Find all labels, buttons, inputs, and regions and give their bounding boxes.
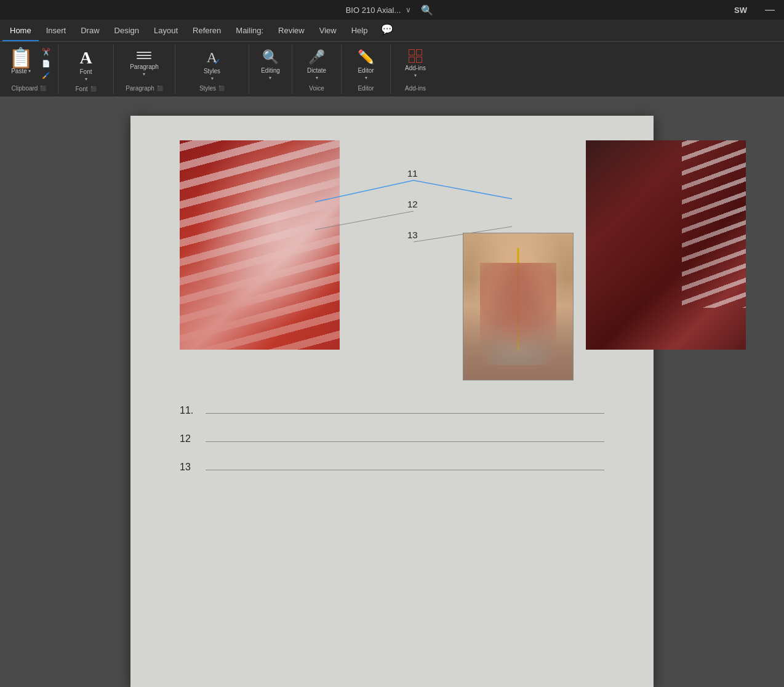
answer-number-13: 13 bbox=[180, 462, 198, 473]
answer-item-11: 11. bbox=[180, 405, 604, 416]
font-chevron-icon: ▾ bbox=[85, 77, 87, 82]
tab-layout[interactable]: Layout bbox=[146, 22, 185, 41]
tab-insert[interactable]: Insert bbox=[39, 22, 74, 41]
tab-comment-icon[interactable]: 💬 bbox=[375, 20, 399, 41]
search-button[interactable]: 🔍 bbox=[416, 2, 438, 18]
format-painter-icon: 🖌️ bbox=[42, 71, 50, 79]
para-line-2 bbox=[137, 55, 151, 56]
addins-group: Add-ins ▾ Add-ins bbox=[391, 44, 440, 94]
ribbon-toolbar: 📋 Paste ▾ ✂️ 📄 🖌️ bbox=[0, 42, 784, 97]
center-organs bbox=[480, 263, 557, 366]
addins-group-label: Add-ins bbox=[405, 84, 426, 92]
styles-expand-icon[interactable]: ⬛ bbox=[218, 86, 225, 91]
clipboard-expand-icon[interactable]: ⬛ bbox=[40, 86, 46, 91]
clipboard-group-content: 📋 Paste ▾ ✂️ 📄 🖌️ bbox=[5, 47, 53, 84]
copy-button[interactable]: 📄 bbox=[39, 58, 53, 69]
tab-review[interactable]: Review bbox=[271, 22, 312, 41]
answer-line-13 bbox=[206, 470, 604, 470]
tab-mailings[interactable]: Mailing: bbox=[228, 22, 271, 41]
document-page[interactable]: 11 12 13 bbox=[130, 116, 654, 687]
addins-cell-2 bbox=[416, 49, 422, 55]
styles-button[interactable]: A✓ Styles ▾ bbox=[200, 47, 225, 84]
clipboard-group: 📋 Paste ▾ ✂️ 📄 🖌️ bbox=[0, 44, 58, 94]
document-title: BIO 210 Axial... bbox=[346, 6, 401, 15]
editor-group-content: ✏️ Editor ▾ bbox=[354, 47, 378, 84]
paste-label: Paste ▾ bbox=[11, 68, 31, 74]
editing-label: Editing bbox=[261, 67, 280, 74]
cut-icon: ✂️ bbox=[42, 48, 50, 56]
addins-icon bbox=[409, 49, 422, 63]
editor-group: ✏️ Editor ▾ Editor bbox=[342, 44, 391, 94]
addins-cell-3 bbox=[409, 57, 415, 63]
tab-references[interactable]: Referen bbox=[185, 22, 228, 41]
voice-group-content: 🎤 Dictate ▾ bbox=[303, 47, 330, 84]
title-bar: BIO 210 Axial... ∨ 🔍 SW — bbox=[0, 0, 784, 20]
addins-cell-1 bbox=[409, 49, 415, 55]
right-image-container bbox=[586, 140, 746, 350]
ribbon-tabs: Home Insert Draw Design Layout Referen M… bbox=[0, 20, 784, 42]
answer-section: 11. 12 13 bbox=[180, 405, 604, 473]
svg-line-2 bbox=[315, 211, 414, 230]
editing-chevron-icon: ▾ bbox=[269, 76, 271, 81]
paragraph-group-content: Paragraph ▾ bbox=[126, 47, 162, 84]
font-icon: A bbox=[79, 49, 92, 66]
right-anatomy-image bbox=[586, 140, 746, 350]
title-chevron-icon[interactable]: ∨ bbox=[406, 6, 411, 14]
format-painter-button[interactable]: 🖌️ bbox=[39, 70, 53, 81]
addins-button[interactable]: Add-ins ▾ bbox=[401, 47, 430, 81]
paragraph-icon bbox=[135, 49, 153, 62]
styles-group-content: A✓ Styles ▾ bbox=[200, 47, 225, 84]
window-controls: — bbox=[756, 0, 784, 20]
dictate-label: Dictate bbox=[307, 67, 326, 74]
styles-sublabel: Styles ⬛ bbox=[199, 84, 225, 92]
paragraph-group: Paragraph ▾ Paragraph ⬛ bbox=[114, 44, 175, 94]
user-initials: SW bbox=[734, 6, 747, 15]
para-line-3 bbox=[137, 58, 151, 59]
editor-button[interactable]: ✏️ Editor ▾ bbox=[354, 47, 378, 83]
answer-number-11: 11. bbox=[180, 405, 198, 416]
clipboard-label: Clipboard ⬛ bbox=[12, 84, 47, 92]
editing-group: 🔍 Editing ▾ bbox=[249, 44, 292, 94]
callout-label-13: 13 bbox=[407, 230, 418, 240]
paste-icon: 📋 bbox=[9, 48, 33, 68]
editing-button[interactable]: 🔍 Editing ▾ bbox=[257, 47, 284, 83]
answer-number-12: 12 bbox=[180, 433, 198, 444]
paste-chevron-icon: ▾ bbox=[28, 69, 31, 74]
callout-label-12: 12 bbox=[407, 199, 418, 209]
voice-group: 🎤 Dictate ▾ Voice bbox=[292, 44, 342, 94]
addins-group-content: Add-ins ▾ bbox=[401, 47, 430, 84]
callout-label-11: 11 bbox=[407, 168, 418, 179]
dictate-button[interactable]: 🎤 Dictate ▾ bbox=[303, 47, 330, 83]
app-window: BIO 210 Axial... ∨ 🔍 SW — Home Insert Dr… bbox=[0, 0, 784, 687]
answer-line-11 bbox=[206, 413, 604, 414]
images-row: 11 12 13 bbox=[180, 140, 604, 380]
tab-draw[interactable]: Draw bbox=[73, 22, 106, 41]
tab-design[interactable]: Design bbox=[107, 22, 146, 41]
answer-item-12: 12 bbox=[180, 433, 604, 444]
paragraph-button[interactable]: Paragraph ▾ bbox=[126, 47, 162, 79]
styles-icon: A✓ bbox=[207, 49, 217, 66]
copy-icon: 📄 bbox=[42, 60, 50, 68]
styles-label: Styles bbox=[204, 68, 220, 74]
styles-group: A✓ Styles ▾ Styles ⬛ bbox=[175, 44, 249, 94]
minimize-button[interactable]: — bbox=[756, 0, 784, 20]
paste-button[interactable]: 📋 Paste ▾ bbox=[5, 47, 37, 76]
voice-label: Voice bbox=[309, 84, 324, 92]
svg-line-0 bbox=[315, 180, 414, 202]
addins-chevron-icon: ▾ bbox=[414, 73, 417, 78]
font-group-content: A Font ▾ bbox=[74, 47, 98, 84]
tab-home[interactable]: Home bbox=[2, 22, 39, 41]
dictate-icon: 🎤 bbox=[308, 49, 325, 65]
paragraph-expand-icon[interactable]: ⬛ bbox=[157, 86, 163, 91]
editing-group-content: 🔍 Editing ▾ bbox=[257, 47, 284, 90]
editor-chevron-icon: ▾ bbox=[365, 76, 367, 81]
font-button[interactable]: A Font ▾ bbox=[74, 47, 98, 84]
dictate-chevron-icon: ▾ bbox=[316, 76, 318, 81]
cut-button[interactable]: ✂️ bbox=[39, 47, 53, 57]
font-group-label: Font ⬛ bbox=[75, 84, 96, 92]
font-expand-icon[interactable]: ⬛ bbox=[90, 86, 97, 92]
tab-help[interactable]: Help bbox=[344, 22, 375, 41]
tab-view[interactable]: View bbox=[312, 22, 344, 41]
editing-icon: 🔍 bbox=[262, 49, 279, 65]
addins-cell-4 bbox=[416, 57, 422, 63]
